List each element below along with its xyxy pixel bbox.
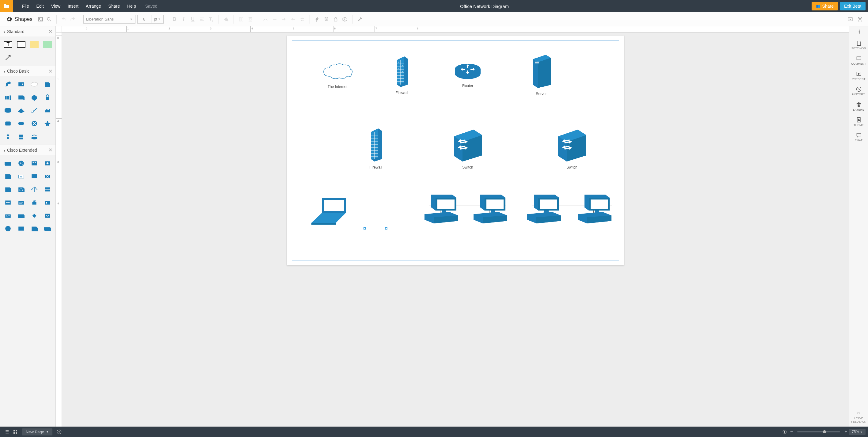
node-switch[interactable]	[451, 128, 485, 163]
undo-button[interactable]	[60, 15, 68, 24]
shape-rect[interactable]	[16, 39, 27, 50]
connection[interactable]	[468, 114, 468, 129]
shape-category-header[interactable]: ▼Standard ✕	[0, 26, 56, 36]
dock-layers[interactable]: LAYERS	[849, 99, 868, 114]
play-slideshow-icon[interactable]	[846, 15, 855, 24]
bolt-icon[interactable]	[313, 15, 321, 24]
node-laptop[interactable]	[308, 196, 351, 228]
cisco-shape[interactable]	[42, 158, 53, 169]
cisco-shape[interactable]	[42, 184, 53, 195]
share-button[interactable]: 👥 Share	[812, 2, 838, 10]
menu-insert[interactable]: Insert	[64, 4, 82, 8]
shape-category-header[interactable]: ▼Cisco Extended ✕	[0, 145, 56, 155]
connection[interactable]	[572, 114, 572, 129]
cisco-shape[interactable]	[42, 210, 53, 221]
cisco-shape[interactable]	[29, 158, 40, 169]
font-unit-select[interactable]: pt▼	[151, 15, 164, 24]
connection[interactable]	[477, 74, 532, 74]
zoom-percent[interactable]: 75% ▼	[849, 429, 866, 435]
compass-icon[interactable]	[780, 428, 789, 436]
node-pc[interactable]	[523, 193, 563, 228]
italic-button[interactable]: I	[179, 15, 188, 24]
cisco-shape[interactable]	[16, 131, 27, 143]
node-switch[interactable]	[555, 128, 589, 163]
add-page-button[interactable]	[55, 428, 63, 436]
collapse-dock-button[interactable]: ⟨⟨	[858, 29, 860, 35]
shape-text[interactable]: T	[2, 39, 14, 50]
dock-comment[interactable]: COMMENT	[849, 53, 868, 68]
cisco-shape[interactable]	[16, 223, 27, 235]
cisco-shape[interactable]	[29, 223, 40, 235]
menu-help[interactable]: Help	[124, 4, 140, 8]
arrow-end-button[interactable]	[289, 15, 297, 24]
node-router[interactable]	[454, 63, 482, 82]
align-button[interactable]	[198, 15, 206, 24]
cisco-shape[interactable]: ASR	[16, 197, 27, 208]
shape-category-header[interactable]: ▼Cisco Basic ✕	[0, 66, 56, 76]
arrow-start-button[interactable]	[280, 15, 288, 24]
cisco-shape[interactable]	[29, 210, 40, 221]
close-icon[interactable]: ✕	[49, 68, 53, 74]
cisco-shape[interactable]	[16, 184, 27, 195]
zoom-slider[interactable]	[797, 431, 840, 432]
shape-arrow[interactable]	[2, 52, 14, 63]
fill-color-button[interactable]	[222, 15, 230, 24]
cisco-shape[interactable]	[2, 105, 14, 116]
cisco-shape[interactable]	[29, 171, 40, 182]
selection-handle[interactable]	[364, 227, 366, 229]
cisco-shape[interactable]	[42, 118, 53, 129]
dock-present[interactable]: PRESENT	[849, 68, 868, 83]
close-icon[interactable]: ✕	[49, 147, 53, 153]
cisco-shape[interactable]	[29, 131, 40, 143]
info-icon[interactable]: i	[341, 15, 349, 24]
cisco-shape[interactable]	[2, 171, 14, 182]
cisco-shape[interactable]	[29, 79, 40, 90]
cisco-shape[interactable]	[16, 79, 27, 90]
node-pc[interactable]	[574, 193, 613, 228]
document-title[interactable]: Office Network Diagram	[157, 4, 811, 9]
shape-library-panel[interactable]: ▼Standard ✕ T ▼Cisco Basic ✕	[0, 26, 56, 427]
bold-button[interactable]: B	[170, 15, 179, 24]
underline-button[interactable]: U	[188, 15, 197, 24]
dock-chat[interactable]: CHAT	[849, 130, 868, 144]
search-icon[interactable]	[45, 15, 53, 24]
node-firewall[interactable]	[395, 56, 409, 88]
list-view-icon[interactable]	[2, 428, 11, 436]
shape-note-green[interactable]	[42, 39, 53, 50]
selection-handle[interactable]	[385, 227, 388, 229]
node-internet[interactable]	[320, 63, 354, 82]
magnet-icon[interactable]	[322, 15, 331, 24]
dock-settings[interactable]: SETTINGS	[849, 38, 868, 53]
zoom-thumb[interactable]	[823, 430, 826, 433]
cisco-shape[interactable]	[2, 184, 14, 195]
exit-beta-button[interactable]: Exit Beta	[840, 2, 866, 10]
node-pc[interactable]	[469, 193, 509, 228]
line-curve-button[interactable]	[261, 15, 270, 24]
node-server[interactable]	[531, 55, 552, 90]
cisco-shape[interactable]	[29, 105, 40, 116]
cisco-shape[interactable]	[2, 92, 14, 103]
grid-view-icon[interactable]	[11, 428, 20, 436]
cisco-shape[interactable]	[2, 118, 14, 129]
cisco-shape[interactable]	[42, 79, 53, 90]
image-icon[interactable]	[36, 15, 45, 24]
menu-view[interactable]: View	[48, 4, 64, 8]
zoom-out-button[interactable]: −	[789, 429, 794, 435]
redo-button[interactable]	[68, 15, 77, 24]
cisco-shape[interactable]	[16, 105, 27, 116]
menu-edit[interactable]: Edit	[33, 4, 48, 8]
cisco-shape[interactable]	[16, 118, 27, 129]
node-pc[interactable]	[420, 193, 460, 228]
cisco-shape[interactable]	[16, 210, 27, 221]
leave-feedback-button[interactable]: LEAVE FEEDBACK	[851, 410, 866, 427]
dock-history[interactable]: HISTORY	[849, 84, 868, 98]
shapes-button[interactable]: Shapes	[2, 16, 36, 22]
line-style-button[interactable]	[270, 15, 279, 24]
dock-theme[interactable]: THEME	[849, 114, 868, 129]
zoom-in-button[interactable]: +	[843, 429, 848, 435]
distribute-button[interactable]	[246, 15, 255, 24]
connection[interactable]	[351, 74, 397, 74]
cisco-shape[interactable]	[2, 131, 14, 143]
cisco-shape[interactable]	[29, 118, 40, 129]
cisco-shape[interactable]	[16, 92, 27, 103]
